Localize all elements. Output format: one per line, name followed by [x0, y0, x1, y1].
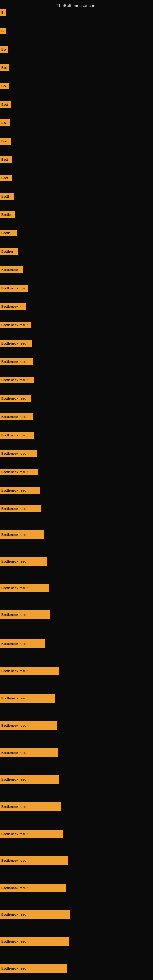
bar-label-20: Bottleneck result: [0, 358, 33, 365]
bar-label-38: Bottleneck result: [0, 775, 59, 784]
bar-item-42: Bottleneck result: [0, 883, 66, 892]
bar-label-5: Bo: [0, 83, 9, 89]
bar-item-30: Bottleneck result: [0, 557, 48, 566]
bar-item-13: Bottle: [0, 230, 17, 236]
bar-label-25: Bottleneck result: [0, 450, 37, 457]
bar-item-11: Bottl: [0, 193, 14, 200]
bar-label-24: Bottleneck result: [0, 432, 34, 439]
bar-label-30: Bottleneck result: [0, 557, 48, 566]
bar-item-31: Bottleneck result: [0, 584, 49, 592]
bar-label-2: B: [0, 27, 6, 34]
bar-label-43: Bottleneck result: [0, 910, 70, 919]
bar-item-16: Bottleneck resu: [0, 285, 27, 291]
bar-item-7: Bo: [0, 119, 10, 126]
bar-item-39: Bottleneck result: [0, 802, 61, 811]
bar-item-20: Bottleneck result: [0, 358, 33, 365]
bar-item-23: Bottleneck result: [0, 414, 33, 420]
bar-item-44: Bottleneck result: [0, 937, 69, 946]
bar-item-40: Bottleneck result: [0, 830, 63, 838]
bar-label-36: Bottleneck result: [0, 721, 57, 730]
bar-item-4: Bot: [0, 64, 9, 71]
bar-item-29: Bottleneck result: [0, 530, 45, 539]
bar-label-21: Bottleneck result: [0, 377, 33, 383]
bar-item-21: Bottleneck result: [0, 377, 33, 383]
bar-label-8: Bot: [0, 138, 11, 145]
bar-item-41: Bottleneck result: [0, 856, 68, 865]
bar-item-35: Bottleneck result: [0, 694, 55, 703]
bar-item-36: Bottleneck result: [0, 721, 57, 730]
bar-label-4: Bot: [0, 64, 9, 71]
bar-label-12: Bottle: [0, 211, 15, 218]
bar-item-9: Bott: [0, 156, 12, 163]
bar-item-12: Bottle: [0, 211, 15, 218]
bar-item-32: Bottleneck result: [0, 610, 51, 619]
bar-label-11: Bottl: [0, 193, 14, 200]
bar-label-44: Bottleneck result: [0, 937, 69, 946]
bar-label-6: Bott: [0, 101, 11, 108]
bar-label-35: Bottleneck result: [0, 694, 55, 703]
bar-label-37: Bottleneck result: [0, 748, 58, 757]
bar-label-32: Bottleneck result: [0, 610, 51, 619]
bar-item-26: Bottleneck result: [0, 469, 38, 475]
bar-item-14: Bottlen: [0, 248, 18, 255]
bar-label-10: Bott: [0, 175, 12, 181]
bar-item-38: Bottleneck result: [0, 775, 59, 784]
bar-label-22: Bottleneck resu: [0, 395, 30, 402]
bar-label-19: Bottleneck result: [0, 340, 32, 347]
bar-item-5: Bo: [0, 83, 9, 89]
bar-label-18: Bottleneck result: [0, 321, 30, 328]
bar-item-43: Bottleneck result: [0, 910, 70, 919]
bar-item-25: Bottleneck result: [0, 450, 37, 457]
bar-label-14: Bottlen: [0, 248, 18, 255]
bar-label-34: Bottleneck result: [0, 667, 59, 675]
bar-item-1: B: [0, 9, 5, 16]
bar-label-9: Bott: [0, 156, 12, 163]
site-title: TheBottlenecker.com: [0, 1, 153, 10]
bar-label-28: Bottleneck result: [0, 505, 41, 512]
bar-item-34: Bottleneck result: [0, 667, 59, 675]
bar-label-23: Bottleneck result: [0, 414, 33, 420]
bar-item-10: Bott: [0, 175, 12, 181]
bar-label-3: Bo: [0, 46, 8, 52]
bar-item-28: Bottleneck result: [0, 505, 41, 512]
bar-item-6: Bott: [0, 101, 11, 108]
bar-label-7: Bo: [0, 119, 10, 126]
bar-item-15: Bottleneck: [0, 266, 23, 273]
bar-label-26: Bottleneck result: [0, 469, 38, 475]
bar-label-45: Bottleneck result: [0, 964, 67, 973]
bar-label-33: Bottleneck result: [0, 640, 45, 648]
bar-item-19: Bottleneck result: [0, 340, 32, 347]
bar-label-41: Bottleneck result: [0, 856, 68, 865]
bar-label-16: Bottleneck resu: [0, 285, 27, 291]
bar-item-17: Bottleneck r: [0, 303, 26, 310]
bar-item-24: Bottleneck result: [0, 432, 34, 439]
bar-item-3: Bo: [0, 46, 8, 52]
bar-label-31: Bottleneck result: [0, 584, 49, 592]
bar-label-42: Bottleneck result: [0, 883, 66, 892]
bar-label-1: B: [0, 9, 5, 16]
bar-item-18: Bottleneck result: [0, 321, 30, 328]
bar-label-15: Bottleneck: [0, 266, 23, 273]
bar-item-27: Bottleneck result: [0, 487, 40, 494]
bar-label-39: Bottleneck result: [0, 802, 61, 811]
bar-label-40: Bottleneck result: [0, 830, 63, 838]
bar-label-27: Bottleneck result: [0, 487, 40, 494]
bar-item-2: B: [0, 27, 6, 34]
bar-label-29: Bottleneck result: [0, 530, 45, 539]
bar-label-17: Bottleneck r: [0, 303, 26, 310]
bar-item-8: Bot: [0, 138, 11, 145]
bar-item-33: Bottleneck result: [0, 640, 45, 648]
bar-item-45: Bottleneck result: [0, 964, 67, 973]
bar-item-22: Bottleneck resu: [0, 395, 30, 402]
bar-label-13: Bottle: [0, 230, 17, 236]
bar-item-37: Bottleneck result: [0, 748, 58, 757]
